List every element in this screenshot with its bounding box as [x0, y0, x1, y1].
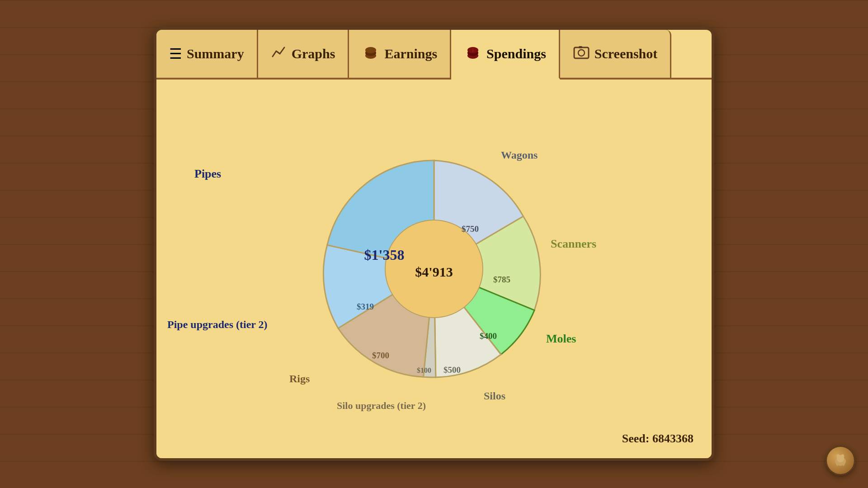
tab-spendings[interactable]: ↓ Spendings [451, 30, 560, 80]
pie-chart-svg: $4'913 $750 $785 $400 $500 $100 $700 $31… [307, 142, 561, 395]
graphs-label: Graphs [292, 46, 335, 61]
tab-screenshot[interactable]: Screenshot [560, 30, 671, 78]
label-scanners: Scanners [551, 237, 596, 251]
scanners-value-label: $785 [493, 275, 510, 284]
svg-rect-10 [579, 46, 582, 48]
svg-rect-8 [574, 47, 589, 58]
silos-value-label: $500 [443, 365, 461, 375]
tab-earnings[interactable]: ↑ Earnings [349, 30, 451, 78]
tab-summary[interactable]: ☰ Summary [156, 30, 258, 78]
earnings-icon: ↑ [362, 43, 380, 65]
graphs-icon [271, 44, 287, 64]
summary-label: Summary [187, 46, 244, 61]
main-panel: ☰ Summary Graphs ↑ Earnings [154, 27, 714, 461]
corner-button[interactable] [826, 446, 855, 475]
label-pipes: Pipes [194, 167, 221, 181]
seed-label: Seed: 6843368 [622, 432, 693, 446]
svg-point-9 [578, 50, 585, 56]
svg-text:↓: ↓ [472, 46, 475, 53]
screenshot-label: Screenshot [594, 46, 657, 61]
tab-bar: ☰ Summary Graphs ↑ Earnings [156, 30, 712, 80]
earnings-label: Earnings [384, 46, 437, 61]
rigs-value-label: $700 [372, 351, 389, 360]
screenshot-icon [573, 43, 590, 64]
spendings-icon: ↓ [464, 43, 482, 65]
silo-upgrades-value-label: $100 [417, 366, 431, 374]
label-rigs: Rigs [289, 373, 310, 385]
label-pipe-upgrades: Pipe upgrades (tier 2) [167, 319, 268, 331]
spendings-label: Spendings [486, 46, 546, 61]
label-silos: Silos [484, 390, 505, 402]
moles-value-label: $400 [480, 331, 497, 341]
center-total: $4'913 [415, 264, 453, 279]
summary-icon: ☰ [169, 45, 182, 62]
svg-text:↑: ↑ [369, 46, 373, 53]
pie-chart-container: $4'913 $750 $785 $400 $500 $100 $700 $31… [307, 142, 561, 395]
content-area: $4'913 $750 $785 $400 $500 $100 $700 $31… [156, 80, 712, 458]
label-silo-upgrades: Silo upgrades (tier 2) [337, 400, 426, 412]
pipe-upgrades-value-label: $319 [357, 302, 374, 311]
pipes-value-label: $1'358 [364, 247, 405, 263]
label-moles: Moles [546, 332, 576, 346]
label-wagons: Wagons [501, 149, 538, 161]
tab-graphs[interactable]: Graphs [258, 30, 349, 78]
wagons-value-label: $750 [462, 224, 479, 234]
